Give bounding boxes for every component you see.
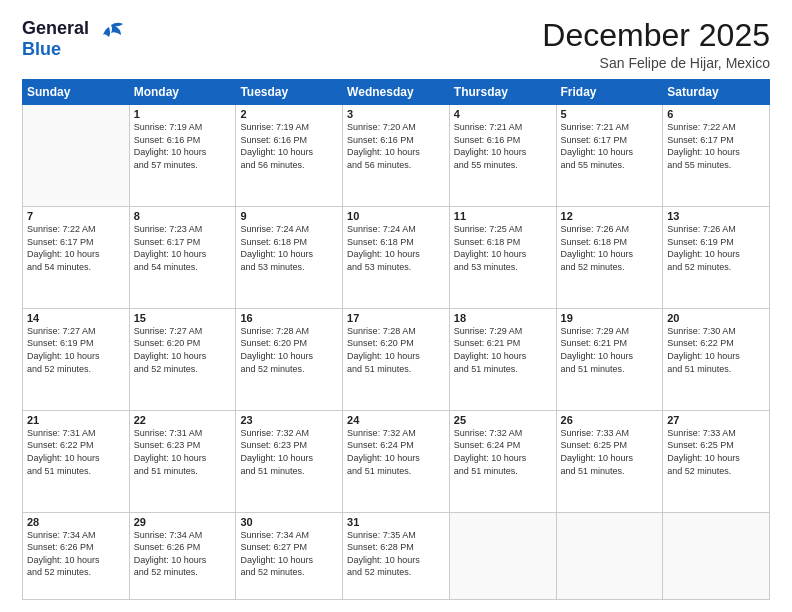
calendar-cell: 20Sunrise: 7:30 AM Sunset: 6:22 PM Dayli… (663, 308, 770, 410)
day-number: 5 (561, 108, 659, 120)
day-number: 20 (667, 312, 765, 324)
day-number: 8 (134, 210, 232, 222)
calendar-cell: 9Sunrise: 7:24 AM Sunset: 6:18 PM Daylig… (236, 207, 343, 309)
title-block: December 2025 San Felipe de Hijar, Mexic… (542, 18, 770, 71)
day-info: Sunrise: 7:26 AM Sunset: 6:19 PM Dayligh… (667, 223, 765, 273)
day-info: Sunrise: 7:34 AM Sunset: 6:26 PM Dayligh… (134, 529, 232, 579)
day-info: Sunrise: 7:34 AM Sunset: 6:27 PM Dayligh… (240, 529, 338, 579)
day-info: Sunrise: 7:32 AM Sunset: 6:24 PM Dayligh… (347, 427, 445, 477)
calendar-table: SundayMondayTuesdayWednesdayThursdayFrid… (22, 79, 770, 600)
day-info: Sunrise: 7:33 AM Sunset: 6:25 PM Dayligh… (667, 427, 765, 477)
weekday-header-saturday: Saturday (663, 80, 770, 105)
calendar-cell: 10Sunrise: 7:24 AM Sunset: 6:18 PM Dayli… (343, 207, 450, 309)
day-number: 7 (27, 210, 125, 222)
day-number: 1 (134, 108, 232, 120)
calendar-cell: 14Sunrise: 7:27 AM Sunset: 6:19 PM Dayli… (23, 308, 130, 410)
calendar-cell: 15Sunrise: 7:27 AM Sunset: 6:20 PM Dayli… (129, 308, 236, 410)
calendar-cell: 23Sunrise: 7:32 AM Sunset: 6:23 PM Dayli… (236, 410, 343, 512)
day-info: Sunrise: 7:19 AM Sunset: 6:16 PM Dayligh… (240, 121, 338, 171)
logo-bird-icon (93, 19, 125, 51)
day-number: 3 (347, 108, 445, 120)
calendar-cell: 29Sunrise: 7:34 AM Sunset: 6:26 PM Dayli… (129, 512, 236, 599)
weekday-header-row: SundayMondayTuesdayWednesdayThursdayFrid… (23, 80, 770, 105)
weekday-header-monday: Monday (129, 80, 236, 105)
calendar-cell: 1Sunrise: 7:19 AM Sunset: 6:16 PM Daylig… (129, 105, 236, 207)
day-number: 23 (240, 414, 338, 426)
calendar-cell: 6Sunrise: 7:22 AM Sunset: 6:17 PM Daylig… (663, 105, 770, 207)
weekday-header-tuesday: Tuesday (236, 80, 343, 105)
calendar-cell (663, 512, 770, 599)
calendar-cell: 2Sunrise: 7:19 AM Sunset: 6:16 PM Daylig… (236, 105, 343, 207)
calendar-cell: 26Sunrise: 7:33 AM Sunset: 6:25 PM Dayli… (556, 410, 663, 512)
calendar-week-row: 14Sunrise: 7:27 AM Sunset: 6:19 PM Dayli… (23, 308, 770, 410)
calendar-cell (556, 512, 663, 599)
calendar-week-row: 28Sunrise: 7:34 AM Sunset: 6:26 PM Dayli… (23, 512, 770, 599)
day-info: Sunrise: 7:32 AM Sunset: 6:23 PM Dayligh… (240, 427, 338, 477)
calendar-cell: 5Sunrise: 7:21 AM Sunset: 6:17 PM Daylig… (556, 105, 663, 207)
day-number: 21 (27, 414, 125, 426)
day-number: 12 (561, 210, 659, 222)
day-number: 30 (240, 516, 338, 528)
calendar-cell: 30Sunrise: 7:34 AM Sunset: 6:27 PM Dayli… (236, 512, 343, 599)
calendar-week-row: 21Sunrise: 7:31 AM Sunset: 6:22 PM Dayli… (23, 410, 770, 512)
page: General Blue December 2025 San Felipe de… (0, 0, 792, 612)
calendar-cell: 28Sunrise: 7:34 AM Sunset: 6:26 PM Dayli… (23, 512, 130, 599)
day-number: 11 (454, 210, 552, 222)
header: General Blue December 2025 San Felipe de… (22, 18, 770, 71)
day-number: 31 (347, 516, 445, 528)
location: San Felipe de Hijar, Mexico (542, 55, 770, 71)
calendar-cell: 11Sunrise: 7:25 AM Sunset: 6:18 PM Dayli… (449, 207, 556, 309)
day-number: 28 (27, 516, 125, 528)
calendar-week-row: 7Sunrise: 7:22 AM Sunset: 6:17 PM Daylig… (23, 207, 770, 309)
calendar-cell: 19Sunrise: 7:29 AM Sunset: 6:21 PM Dayli… (556, 308, 663, 410)
day-info: Sunrise: 7:28 AM Sunset: 6:20 PM Dayligh… (240, 325, 338, 375)
day-info: Sunrise: 7:32 AM Sunset: 6:24 PM Dayligh… (454, 427, 552, 477)
month-title: December 2025 (542, 18, 770, 53)
day-info: Sunrise: 7:27 AM Sunset: 6:20 PM Dayligh… (134, 325, 232, 375)
calendar-cell: 25Sunrise: 7:32 AM Sunset: 6:24 PM Dayli… (449, 410, 556, 512)
calendar-cell: 8Sunrise: 7:23 AM Sunset: 6:17 PM Daylig… (129, 207, 236, 309)
day-info: Sunrise: 7:35 AM Sunset: 6:28 PM Dayligh… (347, 529, 445, 579)
day-info: Sunrise: 7:31 AM Sunset: 6:22 PM Dayligh… (27, 427, 125, 477)
day-info: Sunrise: 7:19 AM Sunset: 6:16 PM Dayligh… (134, 121, 232, 171)
calendar-week-row: 1Sunrise: 7:19 AM Sunset: 6:16 PM Daylig… (23, 105, 770, 207)
day-info: Sunrise: 7:27 AM Sunset: 6:19 PM Dayligh… (27, 325, 125, 375)
day-info: Sunrise: 7:20 AM Sunset: 6:16 PM Dayligh… (347, 121, 445, 171)
day-info: Sunrise: 7:25 AM Sunset: 6:18 PM Dayligh… (454, 223, 552, 273)
calendar-cell: 27Sunrise: 7:33 AM Sunset: 6:25 PM Dayli… (663, 410, 770, 512)
day-info: Sunrise: 7:23 AM Sunset: 6:17 PM Dayligh… (134, 223, 232, 273)
calendar-cell: 24Sunrise: 7:32 AM Sunset: 6:24 PM Dayli… (343, 410, 450, 512)
day-number: 24 (347, 414, 445, 426)
day-number: 29 (134, 516, 232, 528)
day-info: Sunrise: 7:34 AM Sunset: 6:26 PM Dayligh… (27, 529, 125, 579)
day-number: 22 (134, 414, 232, 426)
calendar-cell: 22Sunrise: 7:31 AM Sunset: 6:23 PM Dayli… (129, 410, 236, 512)
calendar-cell: 21Sunrise: 7:31 AM Sunset: 6:22 PM Dayli… (23, 410, 130, 512)
day-number: 15 (134, 312, 232, 324)
weekday-header-thursday: Thursday (449, 80, 556, 105)
day-number: 6 (667, 108, 765, 120)
calendar-cell: 4Sunrise: 7:21 AM Sunset: 6:16 PM Daylig… (449, 105, 556, 207)
day-number: 9 (240, 210, 338, 222)
day-info: Sunrise: 7:21 AM Sunset: 6:17 PM Dayligh… (561, 121, 659, 171)
day-info: Sunrise: 7:26 AM Sunset: 6:18 PM Dayligh… (561, 223, 659, 273)
calendar-cell: 18Sunrise: 7:29 AM Sunset: 6:21 PM Dayli… (449, 308, 556, 410)
calendar-cell: 16Sunrise: 7:28 AM Sunset: 6:20 PM Dayli… (236, 308, 343, 410)
day-info: Sunrise: 7:24 AM Sunset: 6:18 PM Dayligh… (240, 223, 338, 273)
calendar-cell: 17Sunrise: 7:28 AM Sunset: 6:20 PM Dayli… (343, 308, 450, 410)
day-number: 19 (561, 312, 659, 324)
day-number: 2 (240, 108, 338, 120)
day-number: 25 (454, 414, 552, 426)
day-number: 14 (27, 312, 125, 324)
day-info: Sunrise: 7:22 AM Sunset: 6:17 PM Dayligh… (667, 121, 765, 171)
day-number: 27 (667, 414, 765, 426)
day-info: Sunrise: 7:24 AM Sunset: 6:18 PM Dayligh… (347, 223, 445, 273)
day-number: 17 (347, 312, 445, 324)
day-info: Sunrise: 7:29 AM Sunset: 6:21 PM Dayligh… (454, 325, 552, 375)
day-info: Sunrise: 7:30 AM Sunset: 6:22 PM Dayligh… (667, 325, 765, 375)
calendar-cell: 12Sunrise: 7:26 AM Sunset: 6:18 PM Dayli… (556, 207, 663, 309)
day-info: Sunrise: 7:29 AM Sunset: 6:21 PM Dayligh… (561, 325, 659, 375)
day-info: Sunrise: 7:22 AM Sunset: 6:17 PM Dayligh… (27, 223, 125, 273)
calendar-cell: 13Sunrise: 7:26 AM Sunset: 6:19 PM Dayli… (663, 207, 770, 309)
logo: General Blue (22, 18, 125, 59)
